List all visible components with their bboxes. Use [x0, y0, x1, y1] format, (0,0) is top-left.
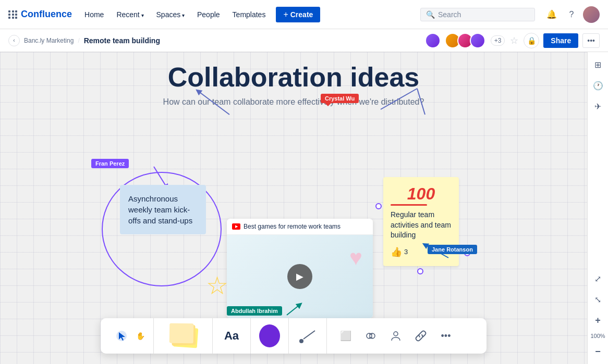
- heart-decoration: ♥: [349, 245, 362, 270]
- smart-link-icon: [365, 330, 376, 342]
- shape-icon: [259, 324, 280, 347]
- link-tool[interactable]: [410, 325, 431, 346]
- cursor-tool[interactable]: [109, 325, 134, 346]
- collab-avatars: [425, 33, 441, 48]
- right-panel: ⊞ 🕐 ✈ ⤢ ⤡ + 100% −: [587, 52, 608, 364]
- canvas-content: Collaboration ideas How can our team col…: [0, 52, 587, 364]
- toolbar-text-section: Aa: [213, 318, 251, 354]
- page-title[interactable]: Collaboration ideas: [111, 62, 476, 92]
- logo[interactable]: Confluence: [8, 9, 72, 20]
- text-icon: Aa: [224, 329, 239, 343]
- nav-recent[interactable]: Recent: [112, 7, 148, 22]
- collab-avatars-group: [445, 33, 485, 48]
- star-decoration: ☆: [206, 271, 228, 300]
- video-header: Best games for remote work teams: [227, 219, 373, 235]
- fran-perez-label: Fran Perez: [91, 159, 129, 168]
- page-title-area: Collaboration ideas How can our team col…: [111, 62, 476, 107]
- zoom-out-button[interactable]: −: [590, 343, 606, 360]
- sticky-s3: [169, 323, 194, 344]
- canvas[interactable]: Collaboration ideas How can our team col…: [0, 52, 587, 364]
- search-bar[interactable]: 🔍: [420, 8, 535, 21]
- user-avatar[interactable]: [583, 6, 600, 23]
- crystal-wu-label: Crystal Wu: [321, 94, 359, 103]
- search-input[interactable]: [438, 10, 521, 19]
- more-options-button[interactable]: •••: [582, 33, 600, 48]
- person-tool[interactable]: [385, 325, 406, 346]
- toolbar-shape-section: [251, 318, 289, 354]
- text-tool[interactable]: Aa: [221, 325, 242, 346]
- sticky-line-decoration: [391, 204, 427, 206]
- toolbar-cursor-section: ✋: [101, 318, 154, 354]
- video-thumbnail[interactable]: ♥ ▶: [227, 235, 373, 318]
- plus-icon: +: [283, 10, 288, 19]
- collab-count: +3: [491, 35, 505, 46]
- toolbar-icons-section: ⬜: [327, 318, 465, 354]
- thumbs-up-icon: 👍: [391, 246, 402, 259]
- logo-text: Confluence: [21, 9, 72, 20]
- notifications-button[interactable]: 🔔: [543, 6, 560, 23]
- thumbs-count: 3: [404, 247, 408, 257]
- line-icon: [297, 325, 318, 346]
- toolbar-stickies-section: [154, 318, 213, 354]
- abdullah-label: Abdullah Ibrahim: [227, 306, 282, 316]
- nav-templates[interactable]: Templates: [228, 7, 270, 22]
- video-card[interactable]: Best games for remote work teams ♥ ▶: [227, 219, 373, 318]
- handle-3: [417, 268, 423, 274]
- navbar: Confluence Home Recent Spaces People Tem…: [0, 0, 608, 29]
- svg-line-9: [303, 331, 315, 339]
- handle-1: [375, 203, 382, 209]
- breadcrumb-bar: ‹ Banc.ly Marketing / Remote team buildi…: [0, 29, 608, 52]
- toolbar-line-section: [289, 318, 327, 354]
- breadcrumb-title[interactable]: Remote team building: [84, 36, 160, 45]
- lock-icon: 🔒: [527, 36, 536, 45]
- person-icon: [390, 330, 402, 342]
- zoom-level: 100%: [590, 333, 605, 339]
- page-subtitle[interactable]: How can our team collaborate more effect…: [111, 97, 476, 107]
- more-tools-button[interactable]: •••: [435, 325, 456, 346]
- video-title: Best games for remote work teams: [244, 223, 341, 230]
- breadcrumb-actions: +3 ☆ 🔒 Share •••: [425, 33, 600, 48]
- hand-icon: ✋: [136, 332, 145, 340]
- jane-label: Jane Rotanson: [428, 245, 477, 254]
- link-icon: [415, 330, 427, 342]
- nav-home[interactable]: Home: [80, 7, 108, 22]
- icon-group: ⬜: [335, 325, 456, 346]
- help-button[interactable]: ?: [563, 6, 580, 23]
- zoom-in-button[interactable]: +: [590, 312, 606, 329]
- fit-to-width-button[interactable]: ⤡: [590, 291, 606, 308]
- grid-icon: [8, 10, 18, 19]
- sticky-100-num: 100: [391, 185, 452, 202]
- frame-tool[interactable]: ⬜: [335, 325, 356, 346]
- sticky-stack: [167, 323, 199, 348]
- create-button[interactable]: + Create: [276, 7, 320, 22]
- nav-icon-group: 🔔 ?: [543, 6, 600, 23]
- svg-line-3: [154, 167, 167, 187]
- line-tool[interactable]: [297, 325, 318, 346]
- search-icon: 🔍: [426, 10, 435, 19]
- nav-spaces[interactable]: Spaces: [152, 7, 189, 22]
- sidebar-toggle[interactable]: ‹: [8, 35, 20, 46]
- layout-view-button[interactable]: ⊞: [590, 56, 606, 73]
- bottom-toolbar: ✋ Aa: [101, 318, 487, 354]
- svg-point-12: [394, 332, 398, 336]
- restrict-button[interactable]: 🔒: [524, 33, 539, 48]
- svg-point-8: [299, 339, 303, 343]
- stickies-tool[interactable]: [162, 323, 204, 348]
- collab-avatar-4: [470, 33, 485, 48]
- smart-link-tool[interactable]: [360, 325, 381, 346]
- cursor-icon: [116, 330, 127, 342]
- cursor-tracking-button[interactable]: ✈: [590, 98, 606, 115]
- star-button[interactable]: ☆: [509, 34, 519, 47]
- sticky-blue[interactable]: Asynchronous weekly team kick-offs and s…: [120, 185, 206, 234]
- youtube-icon: [232, 223, 240, 230]
- play-button[interactable]: ▶: [287, 264, 312, 289]
- nav-people[interactable]: People: [193, 7, 224, 22]
- shape-tool[interactable]: [259, 325, 280, 346]
- share-button[interactable]: Share: [543, 33, 578, 48]
- breadcrumb-separator: /: [78, 37, 79, 44]
- main-area: Collaboration ideas How can our team col…: [0, 52, 608, 364]
- fit-to-screen-button[interactable]: ⤢: [590, 270, 606, 287]
- sticky-regular-text: Regular team activities and team buildin…: [391, 210, 452, 241]
- history-button[interactable]: 🕐: [590, 77, 606, 94]
- breadcrumb-parent[interactable]: Banc.ly Marketing: [24, 37, 74, 44]
